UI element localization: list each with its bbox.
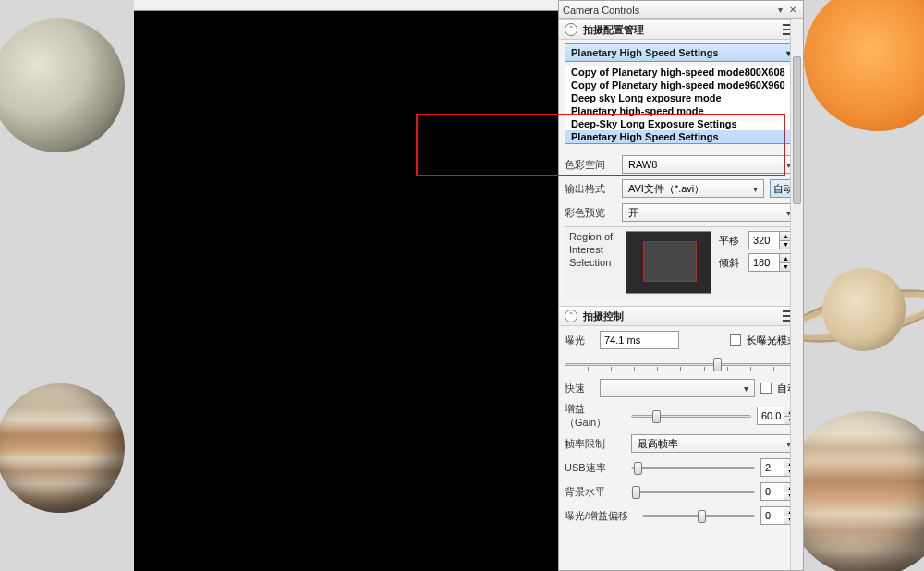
camera-controls-panel: Camera Controls ▾ ✕ ˄ 拍摄配置管理 Planetary H…	[558, 0, 804, 571]
exposure-input[interactable]: 74.1 ms	[600, 331, 679, 349]
output-format-select[interactable]: AVI文件（*.avi）	[622, 179, 764, 198]
label-colorspace: 色彩空间	[565, 158, 616, 172]
section-title-capture: 拍摄控制	[583, 310, 783, 323]
preset-selected: Planetary High Speed Settings	[571, 47, 719, 58]
viewport-border	[134, 0, 558, 11]
panel-title: Camera Controls	[563, 5, 773, 16]
roi-pan-stepper[interactable]: 320 ▲▼	[748, 231, 793, 249]
label-usb-rate: USB速率	[565, 461, 626, 475]
color-preview-select[interactable]: 开	[622, 203, 797, 222]
row-exposure: 曝光 74.1 ms 长曝光模式	[565, 330, 797, 350]
roi-tilt: 倾斜 180 ▲▼	[719, 253, 793, 272]
label-color-preview: 彩色预览	[565, 206, 616, 220]
label-bg-level: 背景水平	[565, 485, 626, 499]
row-exposure-slider	[565, 354, 797, 374]
roi-pan: 平移 320 ▲▼	[719, 231, 793, 249]
exp-gain-offset-slider[interactable]	[642, 508, 755, 523]
label-fps-limit: 帧率限制	[565, 437, 626, 451]
collapse-icon[interactable]: ˄	[565, 23, 578, 36]
row-output-format: 输出格式 AVI文件（*.avi） 自动	[565, 178, 797, 199]
usb-rate-slider[interactable]	[631, 460, 755, 475]
label-exposure: 曝光	[565, 334, 594, 347]
roi-tilt-stepper[interactable]: 180 ▲▼	[748, 253, 793, 272]
bg-level-slider[interactable]	[631, 484, 755, 499]
row-fps-limit: 帧率限制 最高帧率	[565, 433, 797, 454]
preset-dropdown: Copy of Planetary high-speed mode800X608…	[565, 66, 797, 144]
roi-label: Region of Interest Selection	[569, 231, 618, 294]
preset-select[interactable]: Planetary High Speed Settings	[565, 43, 797, 62]
preset-option[interactable]: Deep-Sky Long Exposure Settings	[565, 117, 796, 130]
quick-select[interactable]	[600, 379, 755, 397]
section-title-profile: 拍摄配置管理	[583, 23, 783, 37]
row-gain: 增益（Gain） 60.0 ▲▼	[565, 402, 797, 430]
section-header-capture[interactable]: ˄ 拍摄控制	[559, 306, 803, 326]
label-quick: 快速	[565, 382, 594, 395]
section-header-profile[interactable]: ˄ 拍摄配置管理	[559, 19, 803, 40]
fps-limit-select[interactable]: 最高帧率	[631, 434, 797, 453]
quick-auto-checkbox[interactable]	[760, 383, 772, 394]
section-body-capture: 曝光 74.1 ms 长曝光模式 快速 自动 增益（Gain）	[559, 326, 803, 533]
jupiter-right-image	[785, 411, 924, 571]
preset-option[interactable]: Copy of Planetary high-speed mode800X608	[565, 66, 796, 79]
label-exp-gain-offset: 曝光/增益偏移	[565, 509, 637, 523]
roi-selection-rect[interactable]	[643, 241, 697, 282]
row-colorspace: 色彩空间 RAW8	[565, 154, 797, 175]
saturn-image	[822, 268, 906, 351]
long-exposure-checkbox[interactable]	[730, 334, 741, 346]
colorspace-select[interactable]: RAW8	[622, 155, 797, 174]
collapse-icon[interactable]: ˄	[565, 310, 578, 322]
preset-option[interactable]: Deep sky Long exposure mode	[565, 91, 796, 104]
section-body-profile: Planetary High Speed Settings Copy of Pl…	[559, 40, 803, 306]
label-gain: 增益（Gain）	[565, 402, 626, 430]
exposure-slider[interactable]	[565, 357, 797, 371]
roi-preview[interactable]	[626, 231, 711, 294]
row-bg-level: 背景水平 0 ▲▼	[565, 481, 797, 502]
row-quick: 快速 自动	[565, 378, 797, 398]
jupiter-left-image	[0, 383, 125, 513]
saturn-ring	[786, 282, 924, 349]
gain-slider[interactable]	[631, 408, 751, 423]
preset-option-selected[interactable]: Planetary High Speed Settings	[565, 130, 796, 143]
preset-option[interactable]: Planetary high-speed mode	[565, 104, 796, 117]
scrollbar-thumb[interactable]	[793, 56, 801, 204]
panel-titlebar[interactable]: Camera Controls ▾ ✕	[559, 1, 803, 19]
moon-image	[0, 18, 125, 152]
row-color-preview: 彩色预览 开	[565, 202, 797, 223]
row-usb-rate: USB速率 2 ▲▼	[565, 457, 797, 478]
roi-panel: Region of Interest Selection 平移 320 ▲▼ 倾…	[565, 226, 797, 298]
preset-option[interactable]: Copy of Planetary high-speed mode960X960	[565, 79, 796, 91]
label-output-format: 输出格式	[565, 182, 616, 196]
row-exp-gain-offset: 曝光/增益偏移 0 ▲▼	[565, 505, 797, 526]
panel-scrollbar[interactable]	[790, 19, 803, 570]
sun-image	[804, 0, 924, 131]
pin-icon[interactable]: ▾	[773, 5, 786, 15]
dock-icon[interactable]: ✕	[786, 5, 799, 15]
